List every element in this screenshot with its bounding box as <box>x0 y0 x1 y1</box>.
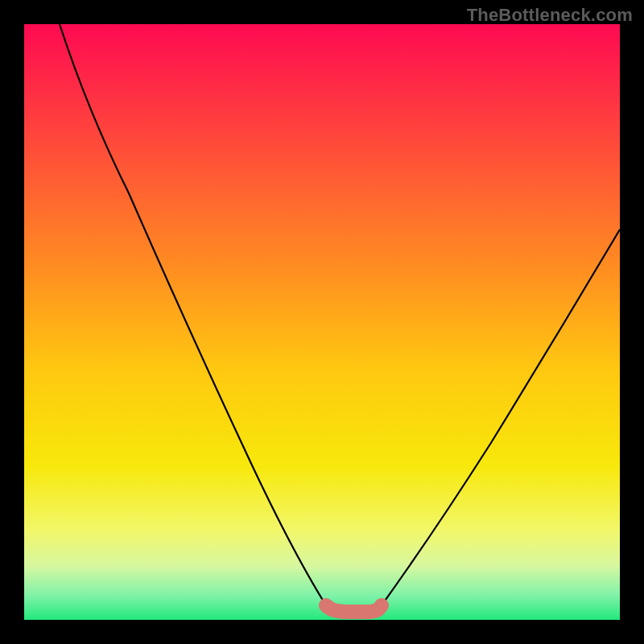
bottleneck-chart <box>0 0 644 644</box>
plot-area <box>24 24 620 620</box>
watermark-label: TheBottleneck.com <box>467 5 633 26</box>
valley-highlight <box>326 605 382 612</box>
